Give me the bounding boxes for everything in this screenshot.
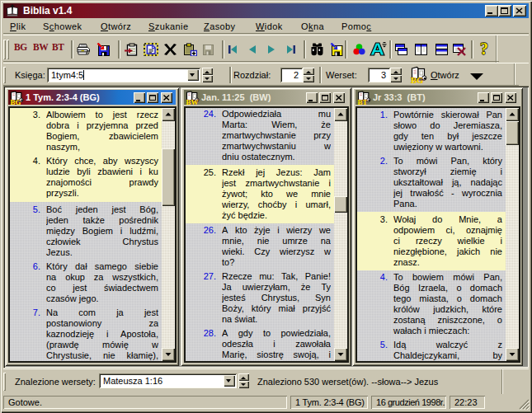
svg-text:?: ?	[480, 41, 488, 58]
svg-text:BG: BG	[411, 76, 423, 83]
svg-text:BW: BW	[186, 98, 199, 106]
svg-text:BG: BG	[11, 98, 21, 106]
svg-text:BT: BT	[358, 98, 368, 106]
